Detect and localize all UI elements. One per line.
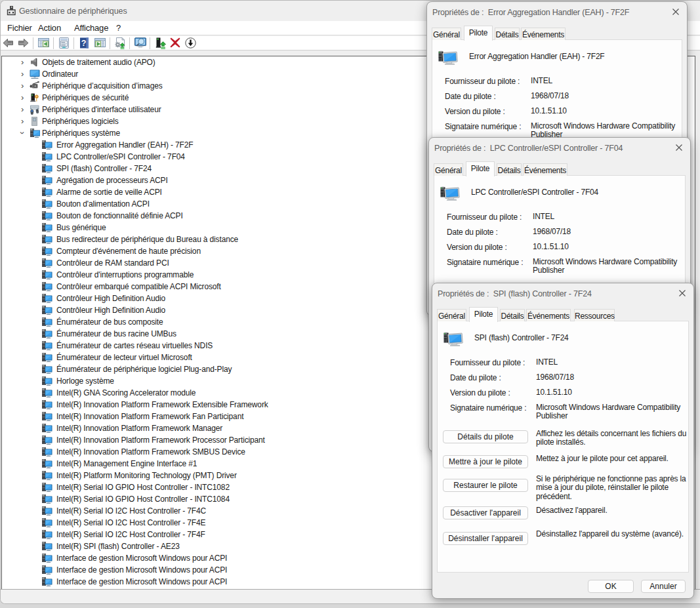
svg-text:?: ? <box>81 39 87 48</box>
